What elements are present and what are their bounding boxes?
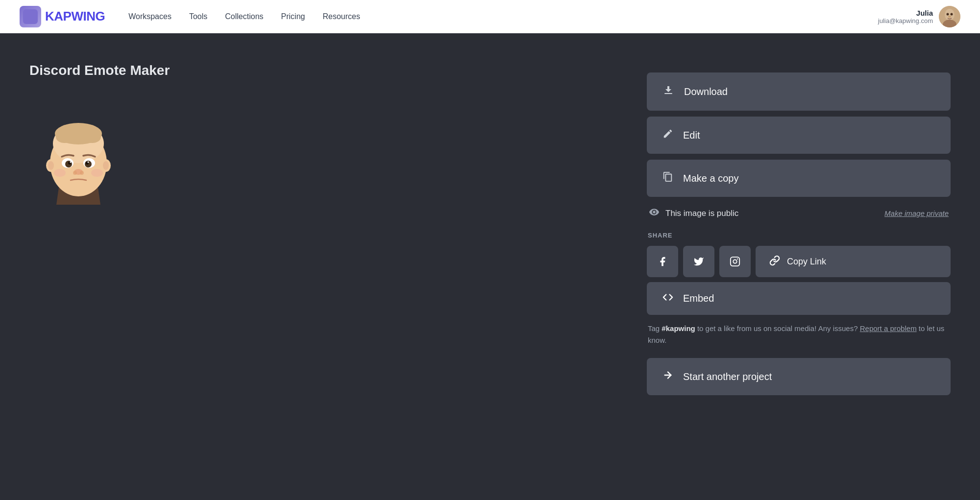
twitter-button[interactable] [683, 246, 714, 277]
start-project-label: Start another project [683, 371, 772, 382]
avatar[interactable] [939, 6, 960, 27]
svg-point-27 [73, 171, 77, 175]
user-info: Julia julia@kapwing.com [878, 9, 933, 24]
edit-icon [662, 128, 673, 142]
nav-item-collections[interactable]: Collections [225, 12, 263, 21]
download-icon [662, 84, 674, 99]
eye-icon [649, 207, 660, 220]
svg-point-21 [70, 162, 72, 163]
tag-hashtag: #kapwing [662, 324, 695, 333]
preview-image-container [29, 112, 127, 210]
report-problem-link[interactable]: Report a problem [860, 324, 917, 333]
make-copy-button[interactable]: Make a copy [647, 160, 951, 197]
instagram-button[interactable] [719, 246, 751, 277]
arrow-right-icon [662, 370, 673, 383]
svg-point-25 [88, 162, 89, 163]
logo-link[interactable]: 🐱 KAPWING [20, 6, 105, 27]
edit-label: Edit [683, 130, 700, 141]
download-label: Download [684, 86, 728, 97]
page-title: Discord Emote Maker [29, 63, 608, 78]
svg-point-5 [947, 13, 949, 15]
copy-link-label: Copy Link [787, 257, 826, 267]
make-copy-label: Make a copy [683, 173, 738, 184]
svg-point-6 [951, 13, 953, 15]
public-status-text: This image is public [665, 209, 738, 218]
start-project-button[interactable]: Start another project [647, 358, 951, 395]
share-row: Copy Link [647, 246, 951, 277]
svg-point-29 [54, 169, 66, 177]
share-section: SHARE [647, 230, 951, 315]
svg-rect-0 [23, 9, 38, 24]
edit-button[interactable]: Edit [647, 117, 951, 154]
svg-point-34 [737, 259, 738, 260]
nav-item-workspaces[interactable]: Workspaces [128, 12, 172, 21]
svg-point-33 [733, 260, 736, 263]
logo-icon: 🐱 [20, 6, 41, 27]
link-icon [769, 255, 780, 268]
public-status-row: This image is public Make image private [647, 203, 951, 224]
facebook-button[interactable] [647, 246, 678, 277]
embed-icon [662, 292, 673, 305]
svg-rect-32 [731, 257, 739, 266]
svg-point-28 [80, 171, 84, 175]
public-status-left: This image is public [649, 207, 738, 220]
main-content: Discord Emote Maker [0, 33, 980, 425]
share-label: SHARE [647, 230, 951, 241]
svg-rect-31 [664, 93, 672, 94]
tag-text-after: to get a like from us on social media! A… [697, 324, 858, 333]
user-email: julia@kapwing.com [878, 17, 933, 24]
tag-text: Tag #kapwing to get a like from us on so… [647, 321, 951, 348]
image-preview-area [29, 102, 608, 219]
logo-text: KAPWING [45, 9, 105, 24]
copy-link-button[interactable]: Copy Link [756, 246, 951, 277]
embed-button[interactable]: Embed [647, 282, 951, 315]
svg-point-17 [103, 161, 109, 170]
svg-point-7 [948, 16, 951, 18]
user-name: Julia [878, 9, 933, 17]
user-section: Julia julia@kapwing.com [878, 6, 960, 27]
nav-item-tools[interactable]: Tools [189, 12, 207, 21]
nav-item-pricing[interactable]: Pricing [281, 12, 305, 21]
left-panel: Discord Emote Maker [29, 63, 608, 395]
download-button[interactable]: Download [647, 72, 951, 111]
embed-label: Embed [683, 293, 714, 304]
preview-image [39, 117, 118, 205]
svg-point-12 [56, 131, 74, 143]
svg-point-13 [83, 131, 101, 143]
svg-point-30 [91, 169, 103, 177]
make-private-link[interactable]: Make image private [884, 209, 949, 217]
nav-links: Workspaces Tools Collections Pricing Res… [128, 12, 878, 21]
navbar: 🐱 KAPWING Workspaces Tools Collections P… [0, 0, 980, 33]
right-panel: Download Edit Make a copy [647, 63, 951, 395]
copy-icon [662, 171, 673, 185]
svg-point-15 [48, 161, 54, 170]
nav-item-resources[interactable]: Resources [322, 12, 360, 21]
